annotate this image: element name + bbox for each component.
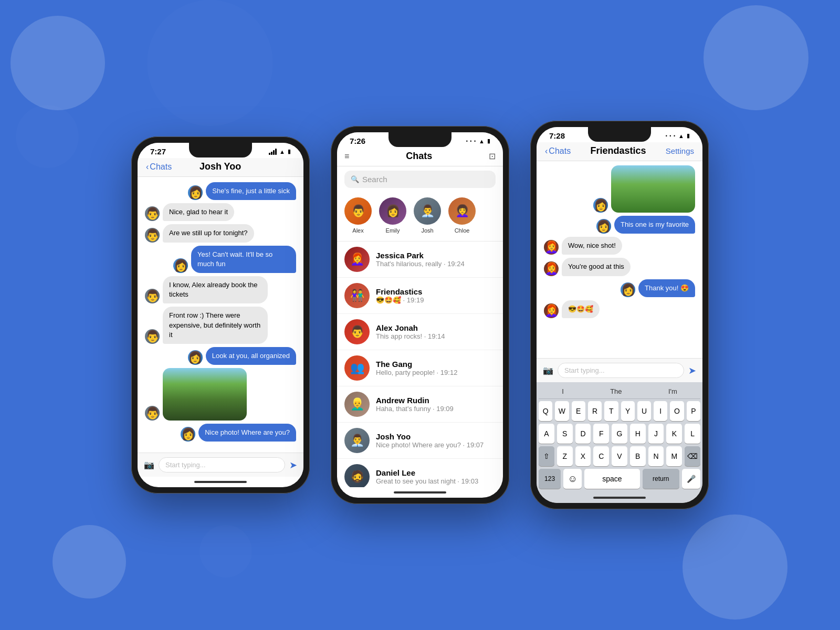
message-row: 👨 I know, Alex already book the tickets — [145, 276, 296, 303]
phone2-time: 7:26 — [350, 136, 365, 145]
camera-icon[interactable]: 📷 — [144, 460, 154, 470]
story-item-emily[interactable]: 👩 Emily — [379, 197, 406, 234]
chats-title: Chats — [406, 151, 432, 162]
key-q[interactable]: Q — [539, 401, 552, 421]
battery-icon: ▮ — [487, 138, 490, 144]
camera-icon[interactable]: 📷 — [543, 365, 553, 375]
chat-info-thegang: The Gang Hello, party people! · 19:12 — [376, 360, 496, 376]
key-o[interactable]: O — [670, 401, 684, 421]
chat-list-item-friendastics[interactable]: 👫 Friendastics 😎🤩🥰 · 19:19 — [337, 278, 503, 314]
phone3-nav-bar: ‹ Chats Friendastics Settings — [537, 142, 702, 161]
microphone-key[interactable]: 🎤 — [682, 469, 700, 489]
return-key[interactable]: return — [643, 469, 679, 489]
suggestion-im[interactable]: I'm — [668, 387, 677, 395]
key-i[interactable]: I — [654, 401, 667, 421]
story-item-chloe[interactable]: 👩‍🦱 Chloe — [448, 197, 476, 234]
phone2-screen: 7:26 • • • ▲ ▮ ≡ Chats ⊡ 🔍 Search — [337, 132, 503, 498]
key-w[interactable]: W — [555, 401, 569, 421]
message-row: 👩‍🦰 😎🤩🥰 — [544, 300, 695, 318]
key-v[interactable]: V — [612, 446, 627, 466]
key-s[interactable]: S — [557, 424, 573, 444]
key-g[interactable]: G — [612, 424, 627, 444]
input-placeholder: Start typing... — [165, 461, 206, 469]
key-l[interactable]: L — [685, 424, 700, 444]
backspace-key[interactable]: ⌫ — [685, 446, 700, 466]
phone1-nav-bar: ‹ Chats Josh Yoo — [138, 158, 303, 177]
suggestion-the[interactable]: The — [610, 387, 622, 395]
key-d[interactable]: D — [575, 424, 591, 444]
chat-list-item-daniel[interactable]: 🧔 Daniel Lee Great to see you last night… — [337, 459, 503, 487]
chat-list-item-andrew[interactable]: 👱‍♂️ Andrew Rudin Haha, that's funny · 1… — [337, 386, 503, 423]
phone3-back-button[interactable]: ‹ Chats — [545, 146, 571, 156]
avatar: 👩 — [593, 198, 608, 213]
avatar: 👨 — [145, 206, 160, 221]
story-item-josh[interactable]: 👨‍💼 Josh — [414, 197, 441, 234]
chat-preview: Great to see you last night · 19:03 — [376, 477, 496, 485]
chat-info-jessica: Jessica Park That's hilarious, really · … — [376, 251, 496, 268]
key-n[interactable]: N — [648, 446, 664, 466]
phone1-input-bar: 📷 Start typing... ➤ — [138, 453, 303, 477]
search-placeholder: Search — [362, 175, 387, 184]
phone1-time: 7:27 — [150, 147, 166, 156]
numbers-key[interactable]: 123 — [539, 469, 561, 489]
key-u[interactable]: U — [637, 401, 651, 421]
chat-title: Josh Yoo — [200, 161, 241, 172]
key-z[interactable]: Z — [557, 446, 573, 466]
home-indicator — [194, 481, 247, 483]
key-x[interactable]: X — [575, 446, 591, 466]
avatar: 👩 — [173, 258, 188, 273]
message-row: She's fine, just a little sick 👩 — [145, 182, 296, 200]
key-f[interactable]: F — [593, 424, 609, 444]
menu-icon[interactable]: ≡ — [344, 152, 349, 161]
message-bubble: Look at you, all organized — [206, 347, 296, 365]
avatar: 👩‍🦰 — [544, 261, 559, 276]
avatar: 👩 — [188, 185, 203, 200]
key-t[interactable]: T — [604, 401, 618, 421]
compose-icon[interactable]: ⊡ — [489, 151, 496, 161]
suggestion-i[interactable]: I — [562, 387, 564, 395]
chat-info-daniel: Daniel Lee Great to see you last night ·… — [376, 468, 496, 485]
key-k[interactable]: K — [666, 424, 682, 444]
story-item-alex[interactable]: 👨 Alex — [344, 197, 372, 234]
avatar: 👩 — [181, 427, 195, 442]
key-j[interactable]: J — [648, 424, 664, 444]
key-e[interactable]: E — [572, 401, 585, 421]
keyboard-row-asdf: A S D F G H J K L — [539, 424, 700, 444]
chat-list-item-alexjonah[interactable]: 👨 Alex Jonah This app rocks! · 19:14 — [337, 314, 503, 350]
search-bar[interactable]: 🔍 Search — [344, 171, 496, 188]
key-y[interactable]: Y — [621, 401, 635, 421]
emoji-key[interactable]: ☺ — [563, 469, 582, 489]
phone1-back-button[interactable]: ‹ Chats — [146, 162, 172, 172]
message-input[interactable]: Start typing... — [558, 363, 684, 378]
shift-key[interactable]: ⇧ — [539, 446, 554, 466]
stories-row: 👨 Alex 👩 Emily 👨‍💼 Josh — [337, 192, 503, 242]
chat-list-item-thegang[interactable]: 👥 The Gang Hello, party people! · 19:12 — [337, 350, 503, 386]
chat-name: Alex Jonah — [376, 323, 496, 332]
input-placeholder: Start typing... — [564, 366, 605, 374]
signal-icon — [269, 149, 277, 155]
message-row: Thank you! 😍 👩 — [544, 279, 695, 297]
send-button[interactable]: ➤ — [289, 459, 297, 471]
key-b[interactable]: B — [630, 446, 646, 466]
key-p[interactable]: P — [687, 401, 700, 421]
phone2-nav-bar: ≡ Chats ⊡ — [337, 148, 503, 166]
message-input[interactable]: Start typing... — [159, 457, 285, 472]
key-a[interactable]: A — [539, 424, 554, 444]
key-c[interactable]: C — [593, 446, 609, 466]
story-name-josh: Josh — [421, 227, 433, 234]
send-button[interactable]: ➤ — [688, 365, 696, 376]
dots-icon: • • • — [666, 133, 676, 139]
key-h[interactable]: H — [630, 424, 646, 444]
back-label: Chats — [549, 146, 571, 156]
settings-button[interactable]: Settings — [666, 146, 694, 155]
message-row: 👩‍🦰 You're good at this — [544, 258, 695, 276]
message-row: 👩‍🦰 Wow, nice shot! — [544, 237, 695, 255]
space-key[interactable]: space — [584, 469, 639, 489]
chat-list-item-joshyoo[interactable]: 👨‍💼 Josh Yoo Nice photo! Where are you? … — [337, 423, 503, 459]
avatar: 👨 — [145, 406, 160, 421]
avatar: 👩 — [596, 219, 611, 234]
chat-list-item-jessica[interactable]: 👩‍🦰 Jessica Park That's hilarious, reall… — [337, 242, 503, 278]
key-r[interactable]: R — [588, 401, 602, 421]
key-m[interactable]: M — [666, 446, 682, 466]
chat-avatar-andrew: 👱‍♂️ — [344, 392, 370, 417]
